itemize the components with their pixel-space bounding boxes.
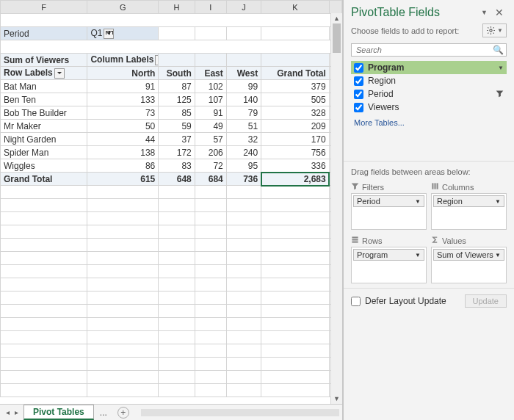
data-cell[interactable]: 240 [226, 146, 261, 159]
data-cell[interactable]: 133 [87, 93, 159, 106]
filter-label[interactable]: Period [1, 27, 87, 40]
grand-total-cell[interactable]: 648 [159, 173, 195, 186]
zone-box[interactable]: Period▼ [351, 193, 427, 230]
search-input[interactable] [351, 43, 507, 57]
column-labels[interactable]: Column Labels [87, 54, 159, 67]
filter-dropdown-icon[interactable] [104, 29, 114, 39]
data-cell[interactable]: 79 [226, 106, 261, 120]
chevron-down-icon[interactable]: ▼ [415, 252, 421, 258]
chevron-down-icon[interactable]: ▼ [498, 65, 504, 71]
more-tables-link[interactable]: More Tables... [344, 114, 514, 131]
data-cell[interactable]: 57 [195, 133, 226, 146]
panel-menu-icon[interactable]: ▼ [477, 9, 492, 16]
row-label-cell[interactable]: Spider Man [1, 146, 87, 159]
chevron-down-icon[interactable]: ▼ [495, 198, 501, 205]
data-cell[interactable]: 336 [261, 159, 330, 173]
data-cell[interactable]: 91 [87, 80, 159, 93]
spreadsheet-grid[interactable]: F G H I J K Period Q1 Sum of Viewers Col… [0, 0, 342, 397]
scroll-down-icon[interactable]: ▼ [331, 394, 342, 404]
data-cell[interactable]: 83 [159, 159, 195, 173]
zone-box[interactable]: Region▼ [431, 193, 507, 230]
data-cell[interactable]: 51 [226, 120, 261, 133]
data-cell[interactable]: 505 [261, 93, 330, 106]
col-header-cell[interactable]: West [226, 67, 261, 80]
grand-total-cell[interactable]: 615 [87, 173, 159, 186]
settings-button[interactable]: ▼ [482, 23, 507, 37]
data-cell[interactable]: 206 [195, 146, 226, 159]
tab-nav-next-icon[interactable]: ▸ [12, 408, 21, 416]
data-cell[interactable]: 87 [159, 80, 195, 93]
row-label-cell[interactable]: Mr Maker [1, 120, 87, 133]
row-label-cell[interactable]: Night Garden [1, 133, 87, 146]
data-cell[interactable]: 102 [195, 80, 226, 93]
data-cell[interactable]: 86 [87, 159, 159, 173]
chevron-down-icon[interactable]: ▼ [415, 198, 421, 205]
update-button[interactable]: Update [465, 294, 507, 308]
col-header[interactable]: I [195, 1, 226, 14]
col-header[interactable]: J [226, 1, 261, 14]
field-checkbox[interactable] [354, 103, 363, 112]
data-cell[interactable]: 138 [87, 146, 159, 159]
col-header[interactable]: F [1, 1, 87, 14]
zone-item[interactable]: Region▼ [433, 195, 504, 207]
row-label-cell[interactable]: Ben Ten [1, 93, 87, 106]
data-cell[interactable]: 49 [195, 120, 226, 133]
zone-box[interactable]: Program▼ [351, 247, 427, 283]
row-label-cell[interactable]: Wiggles [1, 159, 87, 173]
col-header-cell[interactable]: East [195, 67, 226, 80]
sheet-tab-active[interactable]: Pivot Tables [23, 405, 94, 420]
grand-total-cell[interactable]: 684 [195, 173, 226, 186]
row-label-cell[interactable]: Bob The Builder [1, 106, 87, 120]
col-header-cell[interactable]: Grand Total [261, 67, 330, 80]
tab-nav-first-icon[interactable]: ◂ [3, 408, 12, 416]
zone-item[interactable]: Period▼ [353, 195, 424, 207]
col-header-cell[interactable]: South [159, 67, 195, 80]
zone-box[interactable]: Sum of Viewers▼ [431, 247, 507, 283]
data-cell[interactable]: 44 [87, 133, 159, 146]
data-cell[interactable]: 99 [226, 80, 261, 93]
field-region[interactable]: Region [351, 74, 507, 87]
column-dropdown-icon[interactable] [155, 55, 158, 65]
filter-icon[interactable] [496, 90, 504, 99]
filter-value[interactable]: Q1 [87, 27, 159, 40]
row-dropdown-icon[interactable] [54, 68, 65, 79]
data-cell[interactable]: 379 [261, 80, 330, 93]
data-cell[interactable]: 72 [195, 159, 226, 173]
col-header[interactable]: G [87, 1, 159, 14]
data-cell[interactable]: 91 [195, 106, 226, 120]
zone-item[interactable]: Program▼ [353, 249, 424, 261]
horizontal-scrollbar[interactable] [141, 409, 339, 416]
data-cell[interactable]: 37 [159, 133, 195, 146]
data-cell[interactable]: 50 [87, 120, 159, 133]
chevron-down-icon[interactable]: ▼ [495, 252, 501, 258]
field-checkbox[interactable] [354, 90, 363, 99]
row-labels[interactable]: Row Labels [1, 67, 87, 80]
field-viewers[interactable]: Viewers [351, 101, 507, 114]
zone-item[interactable]: Sum of Viewers▼ [433, 249, 504, 261]
close-icon[interactable]: ✕ [492, 7, 507, 18]
data-cell[interactable]: 73 [87, 106, 159, 120]
data-cell[interactable]: 95 [226, 159, 261, 173]
col-header[interactable]: H [159, 1, 195, 14]
data-cell[interactable]: 328 [261, 106, 330, 120]
data-cell[interactable]: 125 [159, 93, 195, 106]
vertical-scrollbar[interactable]: ▲ ▼ [330, 13, 342, 404]
data-cell[interactable]: 172 [159, 146, 195, 159]
data-cell[interactable]: 140 [226, 93, 261, 106]
col-header[interactable]: K [261, 1, 330, 14]
add-sheet-button[interactable]: + [117, 407, 129, 419]
field-program[interactable]: Program▼ [351, 61, 507, 74]
data-cell[interactable]: 32 [226, 133, 261, 146]
grand-total-cell-selected[interactable]: 2,683 [261, 173, 330, 186]
col-header-cell[interactable]: North [87, 67, 159, 80]
data-cell[interactable]: 85 [159, 106, 195, 120]
scroll-up-icon[interactable]: ▲ [331, 13, 342, 23]
data-cell[interactable]: 756 [261, 146, 330, 159]
scroll-thumb[interactable] [333, 23, 341, 53]
data-cell[interactable]: 209 [261, 120, 330, 133]
field-checkbox[interactable] [354, 63, 363, 73]
data-cell[interactable]: 107 [195, 93, 226, 106]
grand-total-cell[interactable]: 736 [226, 173, 261, 186]
data-cell[interactable]: 59 [159, 120, 195, 133]
grand-total-label[interactable]: Grand Total [1, 173, 87, 186]
